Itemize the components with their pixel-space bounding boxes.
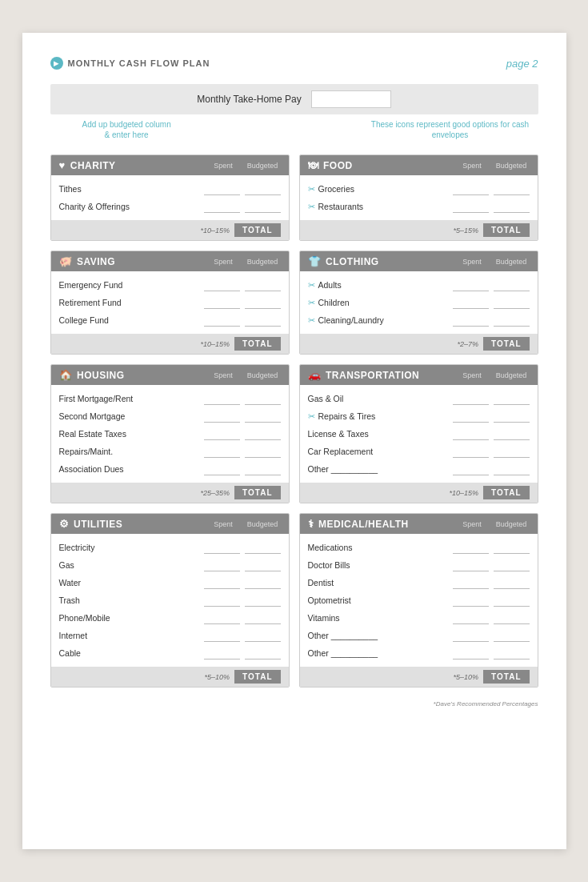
spent-input[interactable] [453,541,489,554]
item-label: Charity & Offerings [59,202,204,211]
line-inputs [204,314,281,327]
budgeted-input[interactable] [245,427,281,440]
item-label: College Fund [59,315,204,325]
col-headers-clothing: Spent Budgeted [454,258,530,266]
budgeted-input[interactable] [494,647,530,659]
spent-input[interactable] [453,445,489,458]
item-label: ✂ Groceries [308,184,453,194]
line-inputs [204,463,281,475]
budgeted-input[interactable] [245,445,281,458]
budgeted-input[interactable] [494,182,530,195]
spent-input[interactable] [453,296,489,309]
budgeted-input[interactable] [494,392,530,405]
spent-input[interactable] [453,314,489,327]
line-item: Retirement Fund [59,294,281,311]
budgeted-input[interactable] [245,279,281,291]
spent-input[interactable] [453,559,489,571]
page-number: page 2 [506,58,538,70]
budgeted-input[interactable] [494,410,530,423]
budgeted-input[interactable] [245,296,281,309]
spent-input[interactable] [453,410,489,423]
budgeted-input[interactable] [245,541,281,554]
spent-input[interactable] [453,611,489,624]
budgeted-input[interactable] [494,541,530,554]
section-footer-clothing: *2–7% TOTAL [300,334,538,354]
item-label: Phone/Mobile [59,613,204,623]
budgeted-input[interactable] [245,392,281,405]
budgeted-input[interactable] [245,314,281,327]
item-label: Internet [59,631,204,640]
spent-input[interactable] [204,392,240,405]
budgeted-input[interactable] [494,314,530,327]
spent-input[interactable] [204,576,240,589]
spent-input[interactable] [204,200,240,213]
budgeted-input[interactable] [245,629,281,642]
spent-input[interactable] [453,629,489,642]
col-headers-housing: Spent Budgeted [206,371,281,379]
line-item: Association Dues [59,460,281,478]
budgeted-input[interactable] [245,576,281,589]
budgeted-input[interactable] [494,427,530,440]
spent-input[interactable] [204,559,240,571]
spent-input[interactable] [453,594,489,607]
budgeted-input[interactable] [245,559,281,571]
budgeted-input[interactable] [494,576,530,589]
cash-envelope-icon: ✂ [308,411,315,422]
spent-input[interactable] [453,647,489,659]
budgeted-input[interactable] [494,463,530,475]
section-body-charity: Tithes Charity & Offerings [51,175,289,220]
line-inputs [453,200,530,213]
spent-input[interactable] [453,576,489,589]
shirt-icon: 👕 [308,255,322,267]
section-body-medical: Medications Doctor Bills [300,534,538,667]
section-medical: ⚕ MEDICAL/HEALTH Spent Budgeted Medicati… [299,513,538,688]
spent-input[interactable] [204,279,240,291]
spent-input[interactable] [204,463,240,475]
item-label: Second Mortgage [59,411,204,421]
section-header-transportation: 🚗 TRANSPORTATION Spent Budgeted [300,365,538,385]
spent-input[interactable] [204,182,240,195]
budgeted-input[interactable] [245,200,281,213]
budgeted-input[interactable] [494,279,530,291]
take-home-input[interactable] [311,90,391,108]
budgeted-input[interactable] [494,200,530,213]
spent-input[interactable] [453,200,489,213]
line-item: ✂ Restaurants [308,198,530,215]
budgeted-input[interactable] [494,629,530,642]
item-label: Retirement Fund [59,298,204,307]
budgeted-input[interactable] [494,445,530,458]
spent-input[interactable] [453,279,489,291]
budgeted-input[interactable] [245,611,281,624]
budgeted-input[interactable] [245,647,281,659]
spent-input[interactable] [204,647,240,659]
budgeted-input[interactable] [245,182,281,195]
spent-input[interactable] [204,541,240,554]
section-body-clothing: ✂ Adults ✂ Children [300,271,538,334]
line-item: Dentist [308,574,530,591]
budgeted-input[interactable] [245,463,281,475]
spent-input[interactable] [453,427,489,440]
item-label: Vitamins [308,613,453,623]
budgeted-input[interactable] [494,296,530,309]
spent-input[interactable] [453,463,489,475]
section-footer-utilities: *5–10% TOTAL [51,667,289,687]
spent-input[interactable] [204,296,240,309]
spent-input[interactable] [204,410,240,423]
item-label: Association Dues [59,464,204,474]
spent-input[interactable] [453,392,489,405]
spent-input[interactable] [204,629,240,642]
line-inputs [453,296,530,309]
budgeted-input[interactable] [245,410,281,423]
budgeted-input[interactable] [494,611,530,624]
budgeted-input[interactable] [245,594,281,607]
spent-input[interactable] [204,427,240,440]
budgeted-input[interactable] [494,594,530,607]
spent-input[interactable] [453,182,489,195]
spent-input[interactable] [204,611,240,624]
budgeted-input[interactable] [494,559,530,571]
spent-input[interactable] [204,314,240,327]
spent-input[interactable] [204,594,240,607]
spent-input[interactable] [204,445,240,458]
line-inputs [204,647,281,659]
section-header-housing: 🏠 HOUSING Spent Budgeted [51,365,289,385]
